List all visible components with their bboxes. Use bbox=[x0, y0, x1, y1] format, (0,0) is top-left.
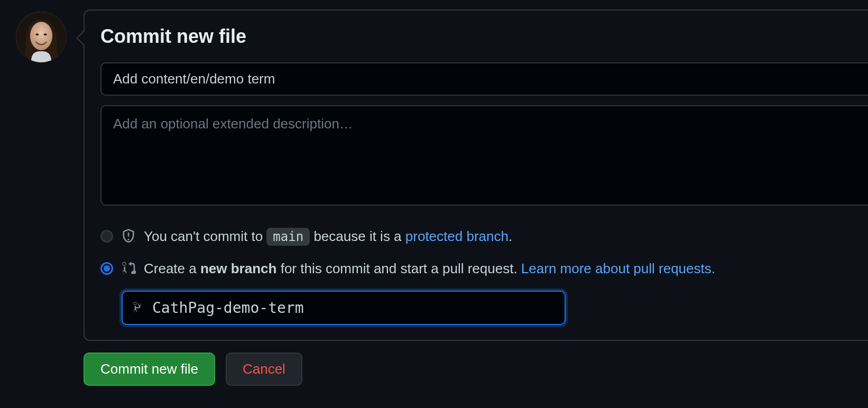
cancel-button[interactable]: Cancel bbox=[226, 353, 302, 386]
svg-point-2 bbox=[35, 33, 39, 35]
protected-branch-link[interactable]: protected branch bbox=[405, 228, 509, 244]
commit-summary-input[interactable] bbox=[100, 62, 868, 96]
radio-disabled bbox=[100, 230, 113, 243]
git-branch-icon bbox=[131, 301, 144, 314]
radio-selected[interactable] bbox=[100, 262, 113, 275]
text-fragment: You can't commit to bbox=[144, 228, 266, 244]
svg-point-3 bbox=[44, 33, 47, 35]
commit-target-options: You can't commit to main because it is a… bbox=[100, 227, 868, 325]
protected-branch-text: You can't commit to main because it is a… bbox=[144, 227, 512, 246]
text-fragment: for this commit and start a pull request… bbox=[276, 261, 521, 276]
commit-description-input[interactable] bbox=[100, 105, 868, 206]
branch-tag-main: main bbox=[266, 228, 310, 246]
shield-icon bbox=[121, 228, 136, 244]
pull-request-icon bbox=[121, 261, 136, 276]
branch-name-field bbox=[122, 291, 566, 325]
text-fragment: Create a bbox=[144, 261, 200, 276]
learn-more-pr-link[interactable]: Learn more about pull requests. bbox=[521, 261, 715, 276]
text-fragment: new branch bbox=[200, 261, 276, 276]
text-fragment: . bbox=[509, 228, 512, 244]
form-title: Commit new file bbox=[100, 25, 868, 48]
svg-point-1 bbox=[30, 22, 52, 50]
avatar[interactable] bbox=[16, 12, 67, 62]
text-fragment: because it is a bbox=[313, 228, 405, 244]
new-branch-text: Create a new branch for this commit and … bbox=[144, 259, 715, 278]
commit-new-file-button[interactable]: Commit new file bbox=[84, 353, 215, 386]
commit-to-main-option: You can't commit to main because it is a… bbox=[100, 227, 868, 246]
create-new-branch-option[interactable]: Create a new branch for this commit and … bbox=[100, 259, 868, 278]
branch-name-input[interactable] bbox=[122, 291, 566, 325]
commit-form: Commit new file You can't commit to main… bbox=[84, 10, 868, 341]
form-actions: Commit new file Cancel bbox=[84, 353, 868, 386]
